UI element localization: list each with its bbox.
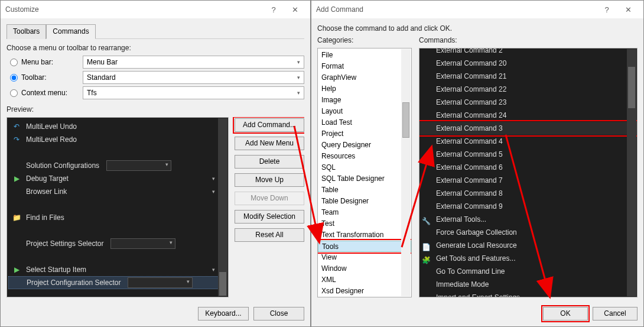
preview-dropdown[interactable] — [110, 238, 175, 249]
category-item[interactable]: Layout — [318, 106, 411, 117]
modify-selection-button[interactable]: Modify Selection — [235, 210, 304, 224]
scrollbar[interactable] — [218, 118, 227, 296]
choose-label: Choose a menu or toolbar to rearrange: — [6, 44, 304, 52]
category-item[interactable]: File — [318, 50, 411, 61]
preview-item[interactable] — [8, 224, 227, 237]
cancel-button[interactable]: Cancel — [593, 307, 638, 320]
combo-context[interactable]: Tfs▾ — [83, 86, 304, 99]
preview-dropdown[interactable] — [106, 160, 171, 171]
category-item[interactable]: Format — [318, 61, 411, 72]
preview-item[interactable]: ↶MultiLevel Undo — [8, 120, 227, 133]
combo-toolbar[interactable]: Standard▾ — [83, 71, 304, 84]
help-icon[interactable]: ? — [263, 5, 284, 14]
ok-button[interactable]: OK — [543, 307, 588, 320]
choose-label: Choose the command to add and click OK. — [317, 24, 638, 33]
command-item[interactable]: 🧩Get Tools and Features... — [419, 252, 637, 265]
category-item[interactable]: Query Designer — [318, 140, 411, 151]
command-item[interactable]: Import and Export Settings... — [419, 291, 637, 297]
category-item[interactable]: Xsd Designer — [318, 286, 411, 297]
add-command-button[interactable]: Add Command... — [235, 118, 304, 132]
combo-menubar[interactable]: Menu Bar▾ — [83, 56, 304, 69]
close-icon[interactable]: ✕ — [617, 5, 639, 14]
preview-item[interactable]: 📁Find in Files — [8, 211, 227, 224]
category-item[interactable]: Load Test — [318, 117, 411, 128]
preview-dropdown[interactable] — [128, 277, 193, 288]
command-item[interactable]: External Command 22 — [419, 83, 637, 96]
category-item[interactable]: Tools — [318, 241, 411, 252]
category-item[interactable]: SQL Table Designer — [318, 173, 411, 184]
category-item[interactable]: Project — [318, 128, 411, 140]
add-command-dialog: Add Command ? ✕ Choose the command to ad… — [311, 0, 644, 327]
command-item[interactable]: 🔧External Tools... — [419, 213, 637, 226]
radio-context[interactable] — [10, 89, 18, 97]
close-button[interactable]: Close — [253, 307, 304, 320]
preview-item[interactable]: Browser Link▾ — [8, 185, 227, 198]
commands-list[interactable]: External Command 2External Command 20Ext… — [419, 48, 638, 297]
category-item[interactable]: View — [318, 252, 411, 263]
category-item[interactable]: SQL — [318, 162, 411, 173]
command-item[interactable]: 📄Generate Local Resource — [419, 239, 637, 252]
preview-item[interactable]: Project Settings Selector — [8, 237, 227, 250]
preview-item[interactable] — [8, 250, 227, 263]
dialog-title: Add Command — [316, 5, 596, 14]
command-item[interactable]: External Command 24 — [419, 109, 637, 122]
scrollbar-thumb[interactable] — [219, 272, 226, 296]
close-icon[interactable]: ✕ — [284, 5, 305, 14]
command-item-label: External Command 8 — [436, 189, 503, 198]
command-item[interactable]: External Command 23 — [419, 96, 637, 109]
scrollbar-thumb[interactable] — [628, 67, 635, 108]
preview-item[interactable]: ▶Debug Target▾ — [8, 172, 227, 185]
commands-label: Commands: — [419, 36, 638, 44]
preview-item[interactable]: ↷MultiLevel Redo — [8, 133, 227, 146]
scrollbar[interactable] — [401, 49, 411, 296]
radio-context-label: Context menu: — [21, 89, 83, 97]
scrollbar-thumb[interactable] — [402, 102, 409, 138]
command-item[interactable]: External Command 4 — [419, 135, 637, 148]
keyboard-button[interactable]: Keyboard... — [198, 307, 249, 320]
command-item[interactable]: External Command 7 — [419, 174, 637, 187]
command-item[interactable]: External Command 5 — [419, 148, 637, 161]
category-item[interactable]: Image — [318, 95, 411, 106]
scrollbar[interactable] — [627, 49, 636, 296]
command-item[interactable]: External Command 8 — [419, 187, 637, 200]
category-item[interactable]: Text Transformation — [318, 229, 411, 241]
tab-toolbars[interactable]: Toolbars — [6, 24, 46, 39]
add-new-menu-button[interactable]: Add New Menu — [235, 137, 304, 150]
radio-menubar[interactable] — [10, 59, 18, 66]
category-item[interactable]: Table — [318, 184, 411, 196]
preview-item[interactable]: Project Configuration Selector — [8, 276, 227, 289]
category-item[interactable]: Resources — [318, 151, 411, 162]
command-item[interactable]: Immediate Mode — [419, 278, 637, 291]
command-item[interactable]: External Command 20 — [419, 57, 637, 70]
preview-list[interactable]: ↶MultiLevel Undo↷MultiLevel RedoSolution… — [6, 117, 229, 297]
category-item[interactable]: Window — [318, 263, 411, 274]
category-item[interactable]: Team — [318, 207, 411, 218]
tab-commands[interactable]: Commands — [46, 24, 95, 39]
command-item[interactable]: External Command 6 — [419, 161, 637, 174]
preview-item-label: Find in Files — [26, 213, 64, 222]
preview-item-label: Select Startup Item — [26, 266, 86, 274]
preview-item-label: MultiLevel Redo — [26, 135, 77, 144]
radio-toolbar[interactable] — [10, 74, 18, 82]
category-item[interactable]: XML — [318, 274, 411, 286]
command-item[interactable]: External Command 2 — [419, 48, 637, 57]
preview-item[interactable]: Solution Configurations — [8, 159, 227, 172]
category-item[interactable]: GraphView — [318, 72, 411, 83]
command-item[interactable]: External Command 3 — [419, 122, 637, 135]
preview-item[interactable] — [8, 198, 227, 211]
preview-item[interactable] — [8, 146, 227, 159]
reset-all-button[interactable]: Reset All — [235, 228, 304, 242]
category-item[interactable]: Table Designer — [318, 196, 411, 207]
category-item[interactable]: Help — [318, 83, 411, 95]
preview-item[interactable]: ▶Select Startup Item▾ — [8, 263, 227, 276]
command-item[interactable]: External Command 9 — [419, 200, 637, 213]
move-up-button[interactable]: Move Up — [235, 173, 304, 187]
delete-button[interactable]: Delete — [235, 155, 304, 169]
help-icon[interactable]: ? — [596, 5, 617, 14]
category-item[interactable]: Test — [318, 218, 411, 229]
command-item[interactable]: External Command 21 — [419, 70, 637, 83]
command-item[interactable]: Go To Command Line — [419, 265, 637, 278]
command-item-label: External Tools... — [436, 215, 486, 224]
command-item[interactable]: Force Garbage Collection — [419, 226, 637, 239]
categories-list[interactable]: FileFormatGraphViewHelpImageLayoutLoad T… — [317, 48, 412, 297]
